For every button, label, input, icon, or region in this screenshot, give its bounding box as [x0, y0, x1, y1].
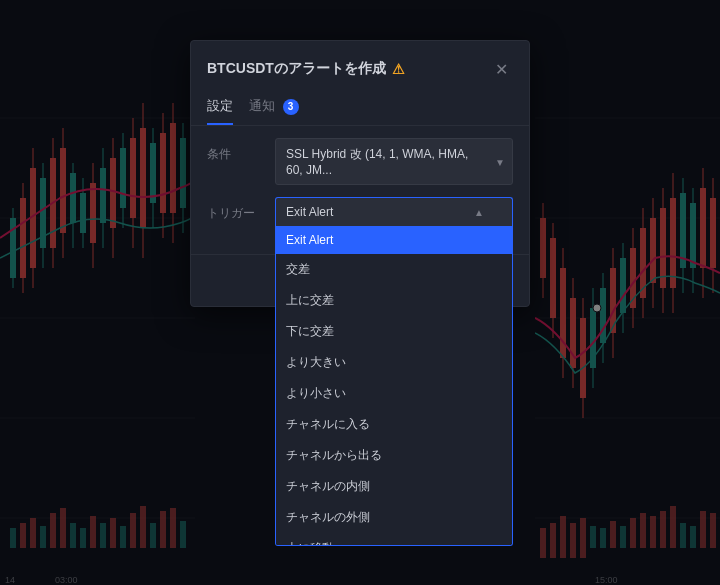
trigger-dropdown-wrapper: Exit Alert ▲ Exit Alert交差上に交差下に交差より大きいより…: [275, 197, 513, 226]
trigger-row: トリガー Exit Alert ▲ Exit Alert交差上に交差下に交差より…: [207, 197, 513, 226]
dropdown-item[interactable]: チャネルの内側: [276, 471, 512, 502]
title-text: BTCUSDTのアラートを作成: [207, 60, 386, 78]
trigger-label: トリガー: [207, 197, 267, 222]
condition-label: 条件: [207, 138, 267, 163]
dropdown-item[interactable]: 上に移動: [276, 533, 512, 546]
dropdown-item[interactable]: チャネルに入る: [276, 409, 512, 440]
dropdown-item[interactable]: 上に交差: [276, 285, 512, 316]
tab-notifications[interactable]: 通知 3: [249, 89, 299, 125]
dropdown-item[interactable]: 交差: [276, 254, 512, 285]
alert-create-modal: BTCUSDTのアラートを作成 ⚠ ✕ 設定 通知 3 条件 SSL: [190, 40, 530, 307]
dropdown-item[interactable]: Exit Alert: [276, 226, 512, 254]
trigger-chevron-up-icon: ▲: [474, 207, 484, 218]
trigger-dropdown-list: Exit Alert交差上に交差下に交差より大きいより小さいチャネルに入るチャネ…: [275, 226, 513, 546]
modal-header: BTCUSDTのアラートを作成 ⚠ ✕: [191, 41, 529, 81]
warning-icon: ⚠: [392, 61, 405, 77]
dropdown-item[interactable]: より大きい: [276, 347, 512, 378]
modal-title: BTCUSDTのアラートを作成 ⚠: [207, 60, 405, 78]
modal-overlay: BTCUSDTのアラートを作成 ⚠ ✕ 設定 通知 3 条件 SSL: [0, 0, 720, 585]
condition-select-wrapper: SSL Hybrid 改 (14, 1, WMA, HMA, 60, JM...…: [275, 138, 513, 185]
modal-tabs: 設定 通知 3: [191, 89, 529, 126]
trigger-current-value: Exit Alert: [286, 205, 333, 219]
condition-row: 条件 SSL Hybrid 改 (14, 1, WMA, HMA, 60, JM…: [207, 138, 513, 185]
trigger-dropdown-trigger[interactable]: Exit Alert ▲: [275, 197, 513, 226]
tab-badge: 3: [283, 99, 299, 115]
close-button[interactable]: ✕: [489, 57, 513, 81]
tab-settings[interactable]: 設定: [207, 89, 233, 125]
condition-control: SSL Hybrid 改 (14, 1, WMA, HMA, 60, JM...…: [275, 138, 513, 185]
trigger-control: Exit Alert ▲ Exit Alert交差上に交差下に交差より大きいより…: [275, 197, 513, 226]
dropdown-item[interactable]: チャネルから出る: [276, 440, 512, 471]
modal-body: 条件 SSL Hybrid 改 (14, 1, WMA, HMA, 60, JM…: [191, 126, 529, 250]
condition-select[interactable]: SSL Hybrid 改 (14, 1, WMA, HMA, 60, JM...: [275, 138, 513, 185]
dropdown-item[interactable]: チャネルの外側: [276, 502, 512, 533]
dropdown-item[interactable]: 下に交差: [276, 316, 512, 347]
dropdown-item[interactable]: より小さい: [276, 378, 512, 409]
